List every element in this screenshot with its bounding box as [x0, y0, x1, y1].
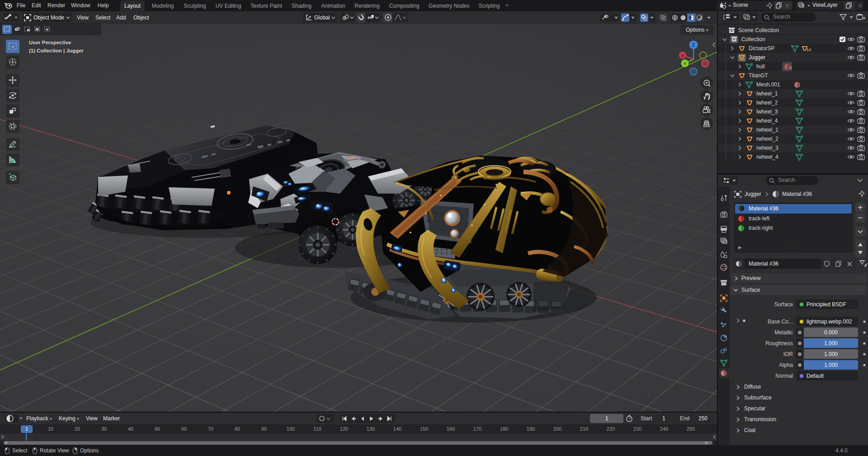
svg-text:Z: Z — [692, 43, 695, 48]
svg-text:X: X — [681, 53, 684, 58]
svg-text:Y: Y — [684, 61, 687, 66]
